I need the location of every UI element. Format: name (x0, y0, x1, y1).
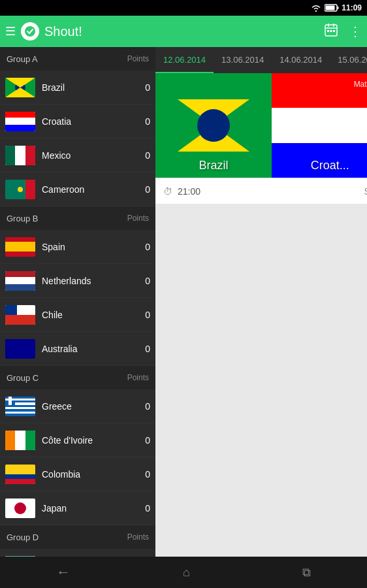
tab-15-06-label: 15.06.2014 (338, 55, 367, 65)
group-d-header: Group D Points (0, 525, 155, 549)
svg-rect-8 (327, 30, 329, 32)
tab-12-06-label: 12.06.2014 (163, 55, 206, 65)
country-points: 0 (137, 469, 150, 480)
list-item[interactable]: Chile 0 (0, 298, 155, 332)
country-name: Australia (42, 344, 131, 354)
svg-point-3 (25, 26, 35, 37)
list-item[interactable]: Mexico 0 (0, 139, 155, 172)
match-card[interactable]: Brazil Croat... Match 1 (155, 73, 367, 204)
list-item[interactable]: Colombia 0 (0, 457, 155, 491)
match-team1-name: Brazil (199, 159, 229, 172)
country-points: 0 (137, 82, 150, 93)
list-item[interactable]: Uruguay 0 (0, 549, 155, 557)
app-container: ☰ Shout! ⋮ (0, 16, 367, 588)
back-button[interactable]: ← (43, 559, 84, 586)
match-info-row: ⏱ 21:00 São (155, 178, 367, 204)
tab-13-06-label: 13.06.2014 (221, 55, 264, 65)
list-item[interactable]: Cameroon 0 (0, 172, 155, 206)
country-points: 0 (137, 150, 150, 161)
tab-14-06-label: 14.06.2014 (279, 55, 322, 65)
status-bar: 11:09 (0, 0, 367, 16)
country-points: 0 (137, 310, 150, 320)
country-name: Brazil (42, 82, 131, 93)
country-name: Greece (42, 401, 131, 412)
match-location: São (206, 186, 367, 197)
group-c-name: Group C (7, 373, 39, 383)
home-button[interactable]: ⌂ (170, 561, 203, 585)
svg-rect-2 (326, 6, 335, 10)
country-name: Japan (42, 503, 131, 514)
group-c-header: Group C Points (0, 366, 155, 389)
wifi-icon (310, 3, 322, 12)
tab-12-06[interactable]: 12.06.2014 (155, 47, 214, 73)
list-item[interactable]: Netherlands 0 (0, 264, 155, 298)
tab-bar: 12.06.2014 13.06.2014 14.06.2014 15.06.2… (155, 47, 367, 73)
calendar-svg (324, 23, 338, 37)
group-d-points: Points (127, 532, 149, 542)
status-time: 11:09 (342, 3, 362, 12)
svg-rect-9 (330, 30, 332, 32)
list-item[interactable]: Australia 0 (0, 332, 155, 366)
country-name: Spain (42, 242, 131, 252)
match-flags: Brazil Croat... Match 1 (155, 73, 367, 178)
country-name: Netherlands (42, 276, 131, 286)
flag-uruguay (5, 556, 35, 557)
flag-spain (5, 237, 35, 257)
flag-ivory-coast (5, 431, 35, 450)
country-name: Mexico (42, 150, 131, 161)
group-a-points: Points (127, 54, 149, 63)
status-icons: 11:09 (310, 3, 362, 12)
flag-greece (5, 397, 35, 416)
group-b-header: Group B Points (0, 206, 155, 230)
flag-netherlands (5, 271, 35, 291)
list-item[interactable]: Spain 0 (0, 230, 155, 264)
app-logo (21, 22, 39, 41)
group-b-points: Points (127, 214, 149, 223)
match-flag-croatia: Croat... (272, 73, 367, 178)
tab-14-06[interactable]: 14.06.2014 (272, 47, 330, 73)
country-points: 0 (137, 503, 150, 514)
country-points: 0 (137, 184, 150, 195)
country-points: 0 (137, 435, 150, 446)
list-item[interactable]: Côte d'Ivoire 0 (0, 423, 155, 457)
country-name: Chile (42, 310, 131, 320)
flag-australia (5, 339, 35, 359)
bottom-nav: ← ⌂ ⧉ (0, 557, 367, 588)
country-points: 0 (137, 401, 150, 412)
flag-cameroon (5, 180, 35, 199)
match-time: 21:00 (178, 186, 200, 197)
battery-icon (325, 4, 339, 12)
hamburger-icon[interactable]: ☰ (5, 24, 16, 39)
recents-button[interactable]: ⧉ (289, 561, 324, 585)
tab-15-06[interactable]: 15.06.2014 (330, 47, 367, 73)
left-panel: Group A Points Brazil 0 Croatia (0, 47, 155, 557)
country-points: 0 (137, 242, 150, 252)
list-item[interactable]: Brazil 0 (0, 71, 155, 105)
flag-mexico (5, 146, 35, 165)
list-item[interactable]: Japan 0 (0, 491, 155, 525)
calendar-icon[interactable] (324, 23, 338, 41)
list-item[interactable]: Croatia 0 (0, 105, 155, 139)
flag-croatia (5, 112, 35, 131)
tab-13-06[interactable]: 13.06.2014 (214, 47, 272, 73)
country-name: Croatia (42, 116, 131, 127)
body-split: Group A Points Brazil 0 Croatia (0, 47, 367, 557)
group-a-name: Group A (7, 54, 38, 64)
app-title: Shout! (44, 24, 82, 39)
top-bar-left: ☰ Shout! (5, 22, 324, 41)
country-name: Côte d'Ivoire (42, 435, 131, 446)
country-points: 0 (137, 276, 150, 286)
flag-colombia (5, 465, 35, 484)
flag-chile (5, 305, 35, 325)
svg-rect-1 (338, 7, 339, 9)
country-points: 0 (137, 116, 150, 127)
svg-rect-10 (333, 30, 335, 32)
country-points: 0 (137, 344, 150, 354)
group-c-points: Points (127, 373, 149, 382)
top-bar: ☰ Shout! ⋮ (0, 16, 367, 47)
more-icon[interactable]: ⋮ (349, 24, 362, 39)
group-a-header: Group A Points (0, 47, 155, 71)
group-d-name: Group D (7, 532, 39, 542)
list-item[interactable]: Greece 0 (0, 389, 155, 423)
country-name: Cameroon (42, 184, 131, 195)
